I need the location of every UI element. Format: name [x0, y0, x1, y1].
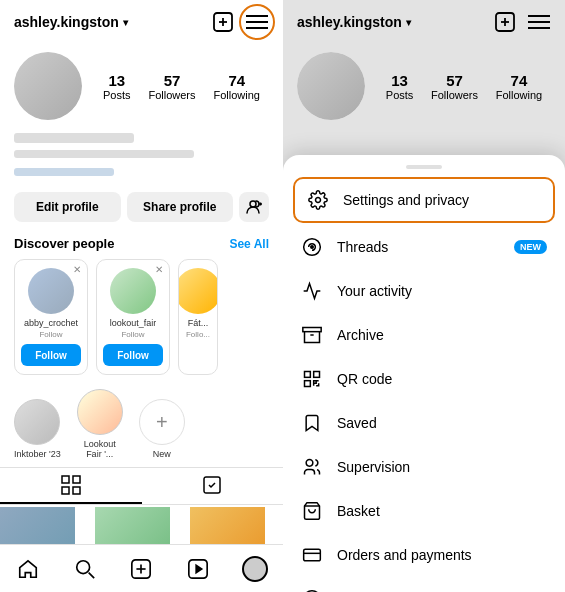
svg-rect-29 [303, 328, 321, 332]
menu-item-threads[interactable]: Threads NEW [283, 225, 565, 269]
svg-rect-11 [62, 487, 69, 494]
card-name-2: Fát... [188, 318, 209, 328]
add-story-icon[interactable]: + [139, 399, 185, 445]
qr-label: QR code [337, 371, 392, 387]
menu-item-orders[interactable]: Orders and payments [283, 533, 565, 577]
people-cards: ✕ abby_crochet Follow Follow ✕ lookout_f… [0, 259, 283, 375]
posts-label-right: Posts [386, 89, 414, 101]
nav-home[interactable] [10, 551, 46, 587]
share-profile-button[interactable]: Share profile [127, 192, 234, 222]
close-card-1[interactable]: ✕ [155, 264, 163, 275]
card-sub-2: Follo... [186, 330, 210, 339]
nav-profile[interactable] [237, 551, 273, 587]
add-post-icon-right [493, 10, 517, 34]
nav-add[interactable] [123, 551, 159, 587]
following-count: 74 [228, 72, 245, 89]
svg-point-6 [250, 201, 256, 207]
story-1[interactable]: Lookout Fair '... [75, 389, 125, 459]
story-label-new: New [153, 449, 171, 459]
svg-rect-33 [305, 381, 311, 387]
menu-item-saved[interactable]: Saved [283, 401, 565, 445]
drawer-handle [406, 165, 442, 169]
svg-point-27 [316, 198, 321, 203]
follow-button-0[interactable]: Follow [21, 344, 81, 366]
stat-posts[interactable]: 13 Posts [103, 72, 131, 101]
header-icons-right [493, 10, 551, 34]
supervision-icon [301, 456, 323, 478]
followers-label-right: Followers [431, 89, 478, 101]
nav-reels[interactable] [180, 551, 216, 587]
discover-header: Discover people See All [0, 232, 283, 259]
menu-item-meta[interactable]: Meta Verified [283, 577, 565, 592]
menu-item-activity[interactable]: Your activity [283, 269, 565, 313]
svg-rect-10 [73, 476, 80, 483]
follow-button-1[interactable]: Follow [103, 344, 163, 366]
tab-tagged[interactable] [142, 468, 284, 504]
add-post-icon[interactable] [211, 10, 235, 34]
story-0[interactable]: Inktober '23 [14, 399, 61, 459]
left-panel: ashley.kingston ▾ [0, 0, 283, 592]
card-name-0: abby_crochet [24, 318, 78, 328]
action-buttons: Edit profile Share profile [0, 188, 283, 232]
edit-profile-button[interactable]: Edit profile [14, 192, 121, 222]
username-right: ashley.kingston ▾ [297, 14, 411, 30]
stats-left: 13 Posts 57 Followers 74 Following [94, 72, 269, 101]
person-card-1: ✕ lookout_fair Follow Follow [96, 259, 170, 375]
card-name-1: lookout_fair [110, 318, 157, 328]
basket-label: Basket [337, 503, 380, 519]
archive-icon [301, 324, 323, 346]
close-card-0[interactable]: ✕ [73, 264, 81, 275]
tab-grid[interactable] [0, 468, 142, 504]
posts-count-right: 13 [391, 72, 408, 89]
avatar-left [14, 52, 82, 120]
settings-label: Settings and privacy [343, 192, 469, 208]
person-card-0: ✕ abby_crochet Follow Follow [14, 259, 88, 375]
add-person-button[interactable] [239, 192, 269, 222]
story-label-1: Lookout Fair '... [75, 439, 125, 459]
right-profile: 13 Posts 57 Followers 74 Following [283, 44, 565, 130]
svg-point-28 [311, 246, 314, 249]
username-left[interactable]: ashley.kingston ▾ [14, 14, 128, 30]
menu-item-qr[interactable]: QR code [283, 357, 565, 401]
menu-item-basket[interactable]: Basket [283, 489, 565, 533]
activity-label: Your activity [337, 283, 412, 299]
svg-rect-12 [73, 487, 80, 494]
menu-item-supervision[interactable]: Supervision [283, 445, 565, 489]
see-all-button[interactable]: See All [229, 237, 269, 251]
threads-label: Threads [337, 239, 388, 255]
stat-followers-right: 57 Followers [431, 72, 478, 101]
svg-point-14 [77, 560, 90, 573]
tab-bar [0, 467, 283, 505]
settings-icon [307, 189, 329, 211]
stat-posts-right: 13 Posts [386, 72, 414, 101]
basket-icon [301, 500, 323, 522]
supervision-label: Supervision [337, 459, 410, 475]
right-panel: ashley.kingston ▾ [283, 0, 565, 592]
archive-label: Archive [337, 327, 384, 343]
threads-icon [301, 236, 323, 258]
menu-item-settings[interactable]: Settings and privacy [293, 177, 555, 223]
menu-icon-right [527, 10, 551, 34]
menu-item-archive[interactable]: Archive [283, 313, 565, 357]
nav-search[interactable] [67, 551, 103, 587]
chevron-icon[interactable]: ▾ [123, 17, 128, 28]
bio-name [14, 132, 269, 146]
right-header: ashley.kingston ▾ [283, 0, 565, 44]
threads-badge: NEW [514, 240, 547, 254]
svg-rect-31 [305, 372, 311, 378]
story-label-0: Inktober '23 [14, 449, 61, 459]
story-new[interactable]: + New [139, 399, 185, 459]
avatar-right [297, 52, 365, 120]
following-label-right: Following [496, 89, 542, 101]
left-header: ashley.kingston ▾ [0, 0, 283, 44]
menu-icon[interactable] [245, 10, 269, 34]
discover-title: Discover people [14, 236, 114, 251]
stat-following[interactable]: 74 Following [214, 72, 260, 101]
burger-highlight [239, 4, 275, 40]
qr-icon [301, 368, 323, 390]
card-sub-0: Follow [39, 330, 62, 339]
bio-left [0, 130, 283, 188]
stats-right: 13 Posts 57 Followers 74 Following [377, 72, 551, 101]
stat-followers[interactable]: 57 Followers [148, 72, 195, 101]
left-profile: 13 Posts 57 Followers 74 Following [0, 44, 283, 130]
